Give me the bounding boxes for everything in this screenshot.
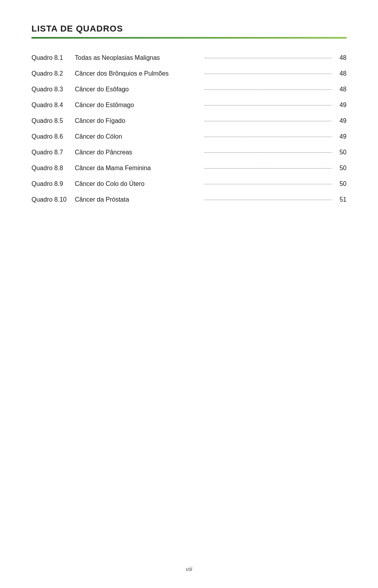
toc-entry-number: Quadro 8.8 — [32, 165, 75, 172]
toc-entry-dots — [205, 74, 332, 74]
toc-entry-dots — [205, 105, 332, 106]
toc-entry-number: Quadro 8.6 — [32, 133, 75, 140]
toc-row: Quadro 8.6Câncer do Cólon49 — [32, 133, 346, 140]
toc-row: Quadro 8.2Câncer dos Brônquios e Pulmões… — [32, 70, 346, 77]
toc-list: Quadro 8.1Todas as Neoplasias Malignas48… — [32, 54, 346, 203]
toc-row: Quadro 8.9Câncer do Colo do Útero50 — [32, 180, 346, 187]
toc-entry-title: Câncer do Estômago — [75, 102, 202, 109]
toc-entry-page: 48 — [335, 86, 346, 93]
toc-entry-number: Quadro 8.3 — [32, 86, 75, 93]
toc-entry-title: Câncer do Fígado — [75, 117, 202, 124]
page-title: LISTA DE QUADROS — [32, 24, 346, 34]
page-container: LISTA DE QUADROS Quadro 8.1Todas as Neop… — [0, 0, 378, 588]
toc-entry-title: Câncer do Cólon — [75, 133, 202, 140]
toc-entry-page: 49 — [335, 133, 346, 140]
toc-entry-dots — [205, 89, 332, 90]
toc-entry-page: 51 — [335, 196, 346, 203]
toc-entry-page: 49 — [335, 117, 346, 124]
toc-entry-title: Câncer do Colo do Útero — [75, 180, 202, 187]
toc-row: Quadro 8.7Câncer do Pâncreas50 — [32, 149, 346, 156]
toc-entry-number: Quadro 8.1 — [32, 54, 75, 61]
toc-entry-title: Câncer da Próstata — [75, 196, 202, 203]
toc-entry-page: 49 — [335, 102, 346, 109]
toc-entry-dots — [205, 184, 332, 184]
toc-row: Quadro 8.3Câncer do Esôfago48 — [32, 86, 346, 93]
toc-row: Quadro 8.5Câncer do Fígado49 — [32, 117, 346, 124]
footer-page-number: viii — [186, 566, 192, 572]
toc-row: Quadro 8.10Câncer da Próstata51 — [32, 196, 346, 203]
toc-entry-page: 50 — [335, 149, 346, 156]
title-underline — [32, 37, 346, 39]
toc-row: Quadro 8.1Todas as Neoplasias Malignas48 — [32, 54, 346, 61]
toc-entry-number: Quadro 8.10 — [32, 196, 75, 203]
toc-entry-number: Quadro 8.7 — [32, 149, 75, 156]
toc-entry-title: Câncer dos Brônquios e Pulmões — [75, 70, 202, 77]
toc-entry-title: Câncer da Mama Feminina — [75, 165, 202, 172]
toc-entry-dots — [205, 121, 332, 121]
toc-entry-number: Quadro 8.5 — [32, 117, 75, 124]
toc-entry-page: 50 — [335, 180, 346, 187]
toc-entry-number: Quadro 8.4 — [32, 102, 75, 109]
toc-entry-title: Todas as Neoplasias Malignas — [75, 54, 202, 61]
toc-entry-dots — [205, 137, 332, 137]
toc-row: Quadro 8.4Câncer do Estômago49 — [32, 102, 346, 109]
toc-entry-dots — [205, 58, 332, 58]
header-section: LISTA DE QUADROS — [32, 24, 346, 39]
toc-entry-number: Quadro 8.9 — [32, 180, 75, 187]
toc-entry-dots — [205, 168, 332, 169]
toc-entry-title: Câncer do Pâncreas — [75, 149, 202, 156]
page-footer: viii — [0, 566, 378, 572]
toc-entry-title: Câncer do Esôfago — [75, 86, 202, 93]
toc-entry-page: 48 — [335, 70, 346, 77]
toc-entry-dots — [205, 152, 332, 153]
toc-entry-page: 48 — [335, 54, 346, 61]
toc-entry-number: Quadro 8.2 — [32, 70, 75, 77]
toc-entry-dots — [205, 200, 332, 200]
toc-entry-page: 50 — [335, 165, 346, 172]
toc-row: Quadro 8.8Câncer da Mama Feminina50 — [32, 165, 346, 172]
